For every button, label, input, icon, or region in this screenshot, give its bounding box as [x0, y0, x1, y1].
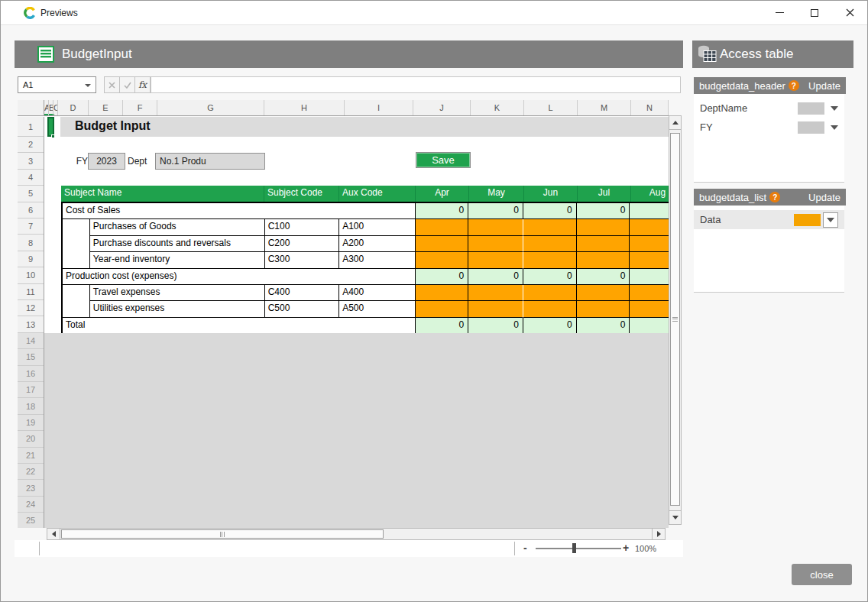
update-button[interactable]: Update: [808, 192, 840, 203]
row-header-22[interactable]: 22: [18, 464, 44, 480]
month-input-cell[interactable]: [523, 301, 577, 317]
column-header-K[interactable]: K: [471, 100, 524, 115]
zoom-out-button[interactable]: -: [523, 542, 527, 554]
dropdown-arrow-icon[interactable]: [831, 125, 838, 130]
row-header-16[interactable]: 16: [18, 366, 44, 382]
update-button[interactable]: Update: [808, 80, 840, 92]
minimize-button[interactable]: [762, 1, 797, 24]
month-input-cell[interactable]: [577, 301, 630, 317]
color-swatch[interactable]: [798, 102, 824, 115]
month-value-cell[interactable]: 0: [468, 318, 523, 334]
color-swatch[interactable]: [794, 214, 821, 226]
zoom-slider-thumb[interactable]: [572, 543, 576, 553]
column-header-N[interactable]: N: [631, 100, 669, 115]
month-input-cell[interactable]: [523, 285, 577, 301]
month-value-cell[interactable]: [630, 318, 669, 334]
sheet-canvas[interactable]: Budget Input FY 2023 Dept No.1 Produ Sav…: [44, 117, 669, 528]
scroll-up-button[interactable]: [669, 115, 682, 130]
month-value-cell[interactable]: 0: [523, 203, 577, 219]
month-input-cell[interactable]: [577, 252, 630, 268]
help-icon[interactable]: ?: [769, 192, 780, 202]
column-header-F[interactable]: F: [123, 100, 157, 115]
horizontal-scroll-thumb[interactable]: [61, 529, 384, 539]
month-input-cell[interactable]: [577, 285, 630, 301]
month-input-cell[interactable]: [468, 285, 523, 301]
row-header-11[interactable]: 11: [18, 284, 44, 300]
month-input-cell[interactable]: [523, 236, 577, 252]
color-swatch[interactable]: [798, 121, 824, 134]
row-header-19[interactable]: 19: [18, 415, 44, 431]
column-header-L[interactable]: L: [524, 100, 578, 115]
column-header-G[interactable]: G: [157, 100, 264, 115]
insert-function-button[interactable]: fx: [134, 76, 151, 93]
month-value-cell[interactable]: 0: [416, 203, 469, 219]
zoom-slider-track[interactable]: [536, 548, 621, 549]
row-header-2[interactable]: 2: [18, 137, 44, 153]
row-header-21[interactable]: 21: [18, 448, 44, 464]
zoom-in-button[interactable]: +: [623, 542, 629, 554]
row-header-24[interactable]: 24: [18, 497, 44, 513]
vertical-scroll-thumb[interactable]: [670, 133, 680, 506]
row-header-1[interactable]: 1: [18, 117, 44, 137]
row-header-8[interactable]: 8: [18, 235, 44, 251]
month-input-cell[interactable]: [416, 219, 469, 235]
row-header-7[interactable]: 7: [18, 218, 44, 235]
month-value-cell[interactable]: 0: [577, 203, 630, 219]
month-input-cell[interactable]: [523, 252, 577, 268]
month-input-cell[interactable]: [416, 301, 469, 317]
row-header-18[interactable]: 18: [18, 398, 44, 414]
scroll-right-button[interactable]: [652, 528, 666, 540]
dept-input[interactable]: No.1 Produ: [155, 153, 265, 170]
column-header-J[interactable]: J: [413, 100, 471, 115]
column-header-D[interactable]: D: [58, 100, 89, 115]
month-value-cell[interactable]: 0: [523, 269, 577, 285]
row-header-9[interactable]: 9: [18, 251, 44, 267]
month-input-cell[interactable]: [416, 252, 469, 268]
help-icon[interactable]: ?: [789, 80, 799, 91]
selection-fill-handle[interactable]: [51, 134, 55, 138]
month-input-cell[interactable]: [630, 219, 669, 235]
month-value-cell[interactable]: 0: [416, 269, 469, 285]
month-value-cell[interactable]: 0: [577, 269, 630, 285]
row-header-14[interactable]: 14: [18, 333, 44, 349]
row-header-4[interactable]: 4: [18, 170, 44, 186]
month-input-cell[interactable]: [468, 236, 523, 252]
row-header-20[interactable]: 20: [18, 431, 44, 447]
month-input-cell[interactable]: [630, 252, 669, 268]
month-input-cell[interactable]: [577, 236, 630, 252]
row-header-6[interactable]: 6: [18, 202, 44, 218]
column-header-M[interactable]: M: [578, 100, 631, 115]
month-value-cell[interactable]: 0: [523, 318, 577, 334]
row-header-10[interactable]: 10: [18, 267, 44, 283]
column-header-I[interactable]: I: [345, 100, 413, 115]
column-header-E[interactable]: E: [89, 100, 123, 115]
cancel-entry-button[interactable]: [104, 76, 120, 93]
row-header-5[interactable]: 5: [18, 186, 44, 202]
column-header-H[interactable]: H: [264, 100, 345, 115]
close-window-button[interactable]: [832, 1, 867, 24]
month-input-cell[interactable]: [468, 301, 523, 317]
row-header-3[interactable]: 3: [18, 153, 44, 169]
month-input-cell[interactable]: [630, 301, 669, 317]
month-input-cell[interactable]: [630, 236, 669, 252]
row-header-15[interactable]: 15: [18, 349, 44, 365]
scroll-down-button[interactable]: [669, 510, 682, 525]
dropdown-arrow-icon[interactable]: [831, 106, 838, 111]
fy-input[interactable]: 2023: [88, 153, 125, 170]
confirm-entry-button[interactable]: [119, 76, 135, 93]
row-header-23[interactable]: 23: [18, 480, 44, 496]
month-input-cell[interactable]: [416, 285, 469, 301]
month-value-cell[interactable]: [630, 269, 669, 285]
vertical-scrollbar[interactable]: [669, 115, 682, 525]
month-input-cell[interactable]: [577, 219, 630, 235]
close-preview-button[interactable]: close: [792, 564, 852, 585]
month-input-cell[interactable]: [630, 285, 669, 301]
row-header-12[interactable]: 12: [18, 300, 44, 316]
scroll-left-button[interactable]: [47, 528, 60, 540]
row-header-13[interactable]: 13: [18, 316, 44, 332]
dropdown-button[interactable]: [823, 212, 838, 228]
month-value-cell[interactable]: 0: [577, 318, 630, 334]
month-value-cell[interactable]: [630, 203, 669, 219]
month-input-cell[interactable]: [468, 219, 523, 235]
month-input-cell[interactable]: [416, 236, 469, 252]
